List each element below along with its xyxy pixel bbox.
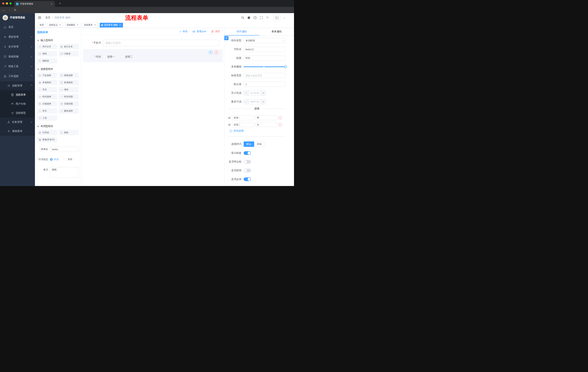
new-tab-button[interactable]: + xyxy=(58,1,62,5)
save-button[interactable]: ✓ 保存 xyxy=(179,30,188,33)
browser-tab[interactable]: 芋道管理系统 × xyxy=(14,1,55,7)
tag-close-icon[interactable]: × xyxy=(119,24,121,26)
decrease-button[interactable]: − xyxy=(244,99,249,104)
default-value-input[interactable] xyxy=(244,82,286,87)
delete-widget-button[interactable] xyxy=(214,50,218,54)
option-value-input[interactable] xyxy=(255,122,277,127)
max-select-value[interactable]: 最多可选 xyxy=(249,99,261,104)
add-option-button[interactable]: + 添加选项 xyxy=(230,129,286,132)
phone-input[interactable] xyxy=(103,40,219,46)
tag-process-definition[interactable]: 流程定义 × xyxy=(47,23,63,28)
widget-gender-selected[interactable]: *性别 选项一 选项二 xyxy=(83,49,223,62)
component-password[interactable]: ⊡密码 xyxy=(37,51,57,56)
disabled-switch[interactable] xyxy=(244,169,251,172)
sidebar-item-process-management[interactable]: 流程管理 xyxy=(0,81,35,90)
status-radio-off[interactable]: 关闭 xyxy=(64,158,72,161)
gender-option2-checkbox[interactable]: 选项二 xyxy=(121,55,133,58)
component-color-picker[interactable]: ◑颜色选择 xyxy=(59,108,79,114)
component-slider[interactable]: ⊸滑块 xyxy=(59,87,79,92)
component-radio-group[interactable]: ◉单选框组 xyxy=(37,80,57,85)
drag-handle-icon[interactable] xyxy=(228,117,231,119)
doc-link-button[interactable] xyxy=(224,36,229,40)
form-grid-slider[interactable] xyxy=(244,64,286,69)
tag-close-icon[interactable]: × xyxy=(94,24,96,26)
sidebar-item-process-form[interactable]: 流程表单 xyxy=(0,90,35,99)
show-label-switch[interactable] xyxy=(244,151,251,155)
remove-option-button[interactable]: − xyxy=(279,116,282,119)
view-json-button[interactable]: 查看json xyxy=(192,30,206,33)
search-icon[interactable] xyxy=(241,16,244,19)
sidebar-logo-row[interactable]: 芋道管理系统 xyxy=(0,13,35,22)
sidebar-item-workflow[interactable]: 工作流程 xyxy=(0,71,35,81)
option-name-input[interactable] xyxy=(232,122,254,127)
drag-handle-icon[interactable] xyxy=(228,123,231,126)
forward-icon[interactable]: → xyxy=(8,8,11,12)
sidebar-item-devtools[interactable]: 研发工具 xyxy=(0,62,35,71)
component-date-picker[interactable]: ⊞日期选择 xyxy=(37,101,57,106)
component-button[interactable]: ◻按钮 xyxy=(59,130,79,135)
component-type-select[interactable]: 多选框组 xyxy=(244,38,286,43)
widget-phone[interactable]: *手机号 xyxy=(83,38,223,48)
sidebar-toggle-button[interactable] xyxy=(38,16,41,19)
title-input[interactable] xyxy=(244,55,286,61)
component-cascader[interactable]: ⋔级联选择 xyxy=(59,73,79,78)
label-width-input[interactable] xyxy=(244,73,286,78)
github-icon[interactable] xyxy=(247,16,251,19)
component-editor[interactable]: ✎编辑器 xyxy=(37,58,57,64)
component-table[interactable]: ▦表格[开发中] xyxy=(37,137,57,142)
canvas[interactable]: *手机号 *性别 选项一 选项二 xyxy=(81,35,224,62)
sidebar-item-payment[interactable]: ¥ 支付管理 xyxy=(0,42,35,52)
back-icon[interactable]: ← xyxy=(2,8,6,12)
component-time-picker[interactable]: ◷时间选择 xyxy=(37,94,57,99)
component-date-range[interactable]: ⊟日期范围 xyxy=(59,101,79,106)
clear-button[interactable]: 清空 xyxy=(211,30,220,33)
window-zoom-button[interactable] xyxy=(10,2,12,5)
min-select-value[interactable]: 至少应选 xyxy=(249,91,261,95)
sidebar-item-task-management[interactable]: 任务管理 xyxy=(0,117,35,127)
slider-track[interactable] xyxy=(244,66,286,67)
status-radio-on[interactable]: 开启 xyxy=(50,158,59,161)
style-default-button[interactable]: 默认 xyxy=(244,141,254,147)
component-time-range[interactable]: ◔时间范围 xyxy=(59,94,79,99)
component-row-container[interactable]: ▥行容器 xyxy=(37,130,57,135)
component-counter[interactable]: 123计数器 xyxy=(59,51,79,56)
form-name-input[interactable] xyxy=(50,147,79,152)
border-switch[interactable] xyxy=(244,160,251,164)
tag-process-form[interactable]: 流程表单 × xyxy=(82,23,98,28)
component-select[interactable]: ◎下拉选择 xyxy=(37,73,57,78)
sidebar-item-infrastructure[interactable]: 基础设施 xyxy=(0,52,35,62)
style-button-button[interactable]: 按钮 xyxy=(254,141,264,147)
sidebar-item-home[interactable]: 首页 xyxy=(0,22,35,32)
window-minimize-button[interactable] xyxy=(6,2,8,5)
component-rate[interactable]: ☆评分 xyxy=(37,108,57,114)
tag-home[interactable]: 首页 xyxy=(38,23,45,28)
tab-close-icon[interactable]: × xyxy=(50,2,53,5)
component-single-line-text[interactable]: ▭单行文本 xyxy=(37,44,57,49)
breadcrumb-root[interactable]: 首页 xyxy=(45,16,50,19)
copy-widget-button[interactable] xyxy=(209,50,213,54)
option-name-input[interactable] xyxy=(232,115,254,120)
remove-option-button[interactable]: − xyxy=(279,123,282,126)
tag-close-icon[interactable]: × xyxy=(59,24,61,26)
component-switch[interactable]: ◐开关 xyxy=(37,87,57,92)
increase-button[interactable]: + xyxy=(261,99,266,104)
component-upload[interactable]: ↥上传 xyxy=(37,115,57,121)
help-icon[interactable]: ? xyxy=(253,16,257,19)
tag-close-icon[interactable]: × xyxy=(76,24,79,26)
avatar[interactable] xyxy=(273,14,280,21)
font-size-icon[interactable]: TT xyxy=(266,16,269,19)
component-multi-line-text[interactable]: ▤多行文本 xyxy=(59,44,79,49)
tag-process-model[interactable]: 流程模型 × xyxy=(65,23,80,28)
reload-icon[interactable]: ↻ xyxy=(13,8,17,12)
slider-handle[interactable] xyxy=(284,65,287,68)
gender-option1-checkbox[interactable]: 选项一 xyxy=(103,55,115,58)
sidebar-item-process-model[interactable]: 流程模型 xyxy=(0,108,35,117)
sidebar-item-user-groups[interactable]: 用户分组 xyxy=(0,99,35,108)
sidebar-item-system[interactable]: 系统管理 xyxy=(0,32,35,42)
increase-button[interactable]: + xyxy=(261,91,266,95)
tag-process-form-edit[interactable]: 流程表单-编辑 × xyxy=(100,23,123,28)
component-checkbox-group[interactable]: ☑多选框组 xyxy=(59,80,79,85)
tab-component-props[interactable]: 组件属性 xyxy=(224,28,259,35)
tab-form-props[interactable]: 表单属性 xyxy=(259,28,294,35)
required-switch[interactable] xyxy=(244,177,251,181)
